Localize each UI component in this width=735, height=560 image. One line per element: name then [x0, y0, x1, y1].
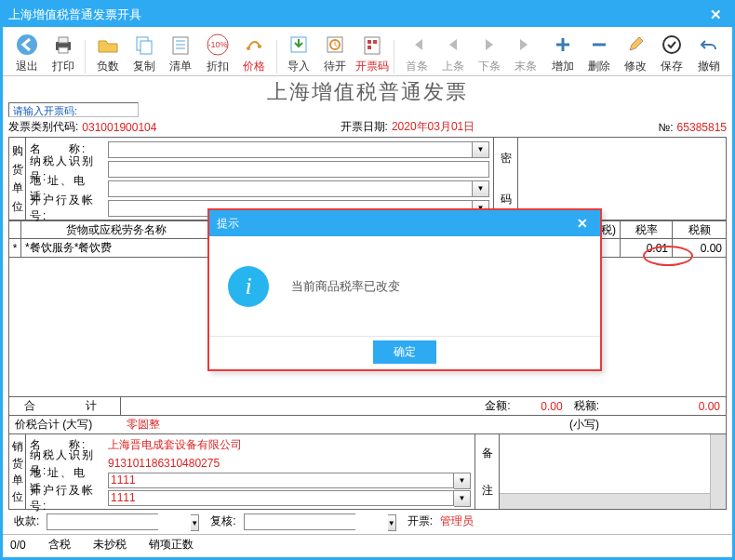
- tb-import-button[interactable]: 导入: [281, 31, 317, 73]
- tb-save-button[interactable]: 保存: [654, 31, 690, 73]
- svg-rect-5: [140, 41, 152, 54]
- folder-icon: [94, 31, 122, 59]
- amount-label: 金额:: [479, 397, 515, 415]
- tb-code-button[interactable]: 开票码: [354, 31, 390, 73]
- window-titlebar: 上海增值税普通发票开具 ✕: [3, 3, 732, 27]
- dialog-close-icon[interactable]: ✕: [572, 216, 593, 231]
- tb-label: 价格: [243, 59, 265, 73]
- tb-price-button[interactable]: 价格: [235, 31, 272, 73]
- category-code-value: 031001900104: [82, 121, 156, 134]
- receiver-combo[interactable]: ▼: [47, 513, 158, 530]
- seller-addr-input[interactable]: 1111: [108, 473, 454, 488]
- buyer-name-input[interactable]: [108, 141, 473, 158]
- serial-value: 65385815: [677, 121, 727, 134]
- tb-add-button[interactable]: 增加: [544, 31, 581, 73]
- price-icon: [240, 31, 268, 59]
- dialog-title: 提示: [217, 216, 239, 232]
- svg-rect-2: [59, 37, 68, 43]
- password-side-label: 密 码: [493, 138, 517, 220]
- pending-icon: [321, 31, 349, 59]
- list-icon: [167, 31, 194, 59]
- chevron-down-icon[interactable]: ▼: [473, 180, 489, 197]
- copy-icon: [130, 31, 158, 59]
- tb-discount-button[interactable]: -10%折扣: [199, 31, 235, 73]
- tb-list-button[interactable]: 清单: [163, 31, 199, 73]
- del-icon: [585, 31, 613, 59]
- code-icon: [358, 31, 386, 59]
- tb-label: 导入: [287, 59, 310, 73]
- tax-label: 税额:: [568, 397, 605, 415]
- svg-rect-3: [59, 47, 68, 53]
- amount-words-row: 价税合计 (大写) 零圆整 (小写): [8, 416, 727, 434]
- reviewer-label: 复核:: [210, 513, 235, 530]
- invoice-code-input[interactable]: 请输入开票码:: [8, 102, 139, 117]
- sum-label: 合 计: [9, 397, 121, 415]
- chevron-down-icon[interactable]: ▼: [454, 473, 471, 489]
- tb-folder-button[interactable]: 负数: [89, 31, 126, 73]
- tb-undo-button[interactable]: 撤销: [690, 31, 727, 73]
- dialog-message: 当前商品税率已改变: [291, 278, 400, 295]
- svg-rect-17: [365, 37, 380, 54]
- footer-row: 收款: ▼ 复核: ▼ 开票: 管理员: [8, 510, 727, 534]
- tb-edit-button[interactable]: 修改: [617, 31, 653, 73]
- close-icon[interactable]: ✕: [704, 7, 727, 23]
- tb-label: 修改: [624, 59, 647, 73]
- svg-rect-20: [368, 46, 371, 49]
- edit-icon: [621, 31, 649, 59]
- buyer-tax-input[interactable]: [108, 161, 489, 178]
- toolbar-separator: [276, 40, 277, 73]
- save-icon: [658, 31, 686, 59]
- password-area: [517, 138, 726, 220]
- tb-copy-button[interactable]: 复制: [127, 31, 163, 73]
- svg-point-13: [258, 45, 261, 48]
- svg-rect-6: [173, 37, 188, 54]
- tb-del-button[interactable]: 删除: [581, 31, 617, 73]
- words-value: 零圆整: [121, 416, 564, 433]
- issue-date-value: 2020年03月01日: [392, 119, 474, 135]
- svg-text:-10%: -10%: [207, 40, 227, 49]
- undo-icon: [695, 31, 723, 59]
- serial-label: №:: [658, 121, 673, 134]
- remark-side-label: 备 注: [474, 434, 499, 509]
- tb-back-button[interactable]: 退出: [8, 31, 45, 73]
- seller-tax-value: 913101186310480275: [108, 457, 471, 470]
- tb-pending-button[interactable]: 待开: [317, 31, 354, 73]
- dialog-ok-button[interactable]: 确定: [373, 340, 436, 364]
- status-bar: 0/0 含税 未抄税 销项正数: [3, 534, 732, 554]
- th-rate: 税率: [621, 221, 673, 238]
- remark-textarea[interactable]: [499, 434, 726, 509]
- chevron-down-icon[interactable]: ▼: [454, 490, 471, 507]
- toolbar: 退出打印负数复制清单-10%折扣价格导入待开开票码首条上条下条末条增加删除修改保…: [3, 27, 732, 76]
- seller-bank-label: 开户行及帐号:: [30, 483, 106, 514]
- row-name: *餐饮服务*餐饮费: [21, 239, 211, 257]
- tb-label: 退出: [16, 59, 38, 73]
- issue-date-label: 开票日期:: [341, 119, 388, 135]
- last-icon: [512, 31, 540, 59]
- svg-point-12: [247, 47, 250, 50]
- buyer-addr-input[interactable]: [108, 180, 473, 197]
- reviewer-combo[interactable]: ▼: [244, 513, 355, 530]
- tb-label: 下条: [478, 59, 501, 73]
- tb-label: 撤销: [698, 59, 720, 73]
- tb-label: 增加: [552, 59, 574, 73]
- receiver-label: 收款:: [14, 513, 39, 530]
- svg-rect-18: [368, 40, 371, 44]
- totals-row: 合 计 金额: 0.00 税额: 0.00: [8, 397, 727, 416]
- tb-label: 保存: [661, 59, 683, 73]
- discount-icon: -10%: [204, 31, 232, 59]
- tb-prev-button: 上条: [434, 31, 471, 73]
- status-position: 0/0: [10, 539, 26, 552]
- toolbar-separator: [394, 40, 394, 73]
- th-name: 货物或应税劳务名称: [21, 221, 211, 238]
- chevron-down-icon[interactable]: ▼: [473, 141, 489, 158]
- small-label: (小写): [564, 416, 605, 433]
- tb-next-button: 下条: [472, 31, 508, 73]
- tb-label: 复制: [133, 59, 155, 73]
- tb-printer-button[interactable]: 打印: [45, 31, 81, 73]
- back-icon: [13, 31, 41, 59]
- seller-name-value: 上海晋电成套设备有限公司: [108, 437, 471, 453]
- add-icon: [549, 31, 577, 59]
- seller-bank-input[interactable]: 1111: [108, 490, 454, 506]
- amount-value: 0.00: [516, 397, 568, 415]
- status-direction: 销项正数: [149, 537, 194, 553]
